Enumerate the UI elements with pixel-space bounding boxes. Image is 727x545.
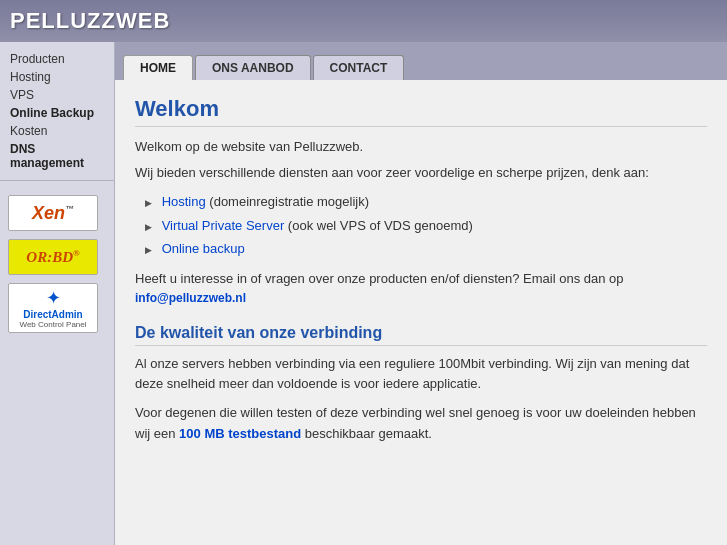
tab-contact[interactable]: CONTACT [313, 55, 405, 80]
header: PELLUZZWEB [0, 0, 727, 42]
da-name: DirectAdmin [23, 309, 82, 320]
sidebar-item-vps[interactable]: VPS [0, 86, 114, 104]
backup-link[interactable]: Online backup [162, 241, 245, 256]
tab-home[interactable]: HOME [123, 55, 193, 80]
sidebar-logos: Xen™ OR:BD® ✦ DirectAdmin Web Control Pa… [0, 189, 114, 339]
orbd-logo-text: OR:BD® [26, 248, 79, 266]
site-logo: PELLUZZWEB [10, 8, 170, 34]
service-list: Hosting (domeinregistratie mogelijk) Vir… [145, 190, 707, 261]
sidebar-item-online-backup[interactable]: Online Backup [0, 104, 114, 122]
testbestand-link[interactable]: 100 MB testbestand [179, 426, 301, 441]
service-item-hosting: Hosting (domeinregistratie mogelijk) [145, 190, 707, 214]
tab-ons-aanbod[interactable]: ONS AANBOD [195, 55, 311, 80]
xen-logo-text: Xen™ [32, 203, 74, 224]
vps-link[interactable]: Virtual Private Server [162, 218, 285, 233]
page-content: Welkom Welkom op de website van Pelluzzw… [115, 80, 727, 545]
main-layout: Producten Hosting VPS Online Backup Kost… [0, 42, 727, 545]
section2-title: De kwaliteit van onze verbinding [135, 324, 707, 346]
page-title: Welkom [135, 96, 707, 127]
service-item-backup: Online backup [145, 237, 707, 261]
cta-pre: Heeft u interesse in of vragen over onze… [135, 271, 624, 286]
sidebar-item-dns-management[interactable]: DNS management [0, 140, 114, 172]
sidebar: Producten Hosting VPS Online Backup Kost… [0, 42, 115, 545]
tab-bar: HOME ONS AANBOD CONTACT [115, 42, 727, 80]
hosting-link[interactable]: Hosting [162, 194, 206, 209]
vps-suffix: (ook wel VPS of VDS genoemd) [288, 218, 473, 233]
sidebar-item-kosten[interactable]: Kosten [0, 122, 114, 140]
sidebar-item-producten[interactable]: Producten [0, 50, 114, 68]
hosting-suffix: (domeinregistratie mogelijk) [209, 194, 369, 209]
da-star-icon: ✦ [46, 287, 61, 309]
service-item-vps: Virtual Private Server (ook wel VPS of V… [145, 214, 707, 238]
logo-text: PELLUZZWEB [10, 8, 170, 33]
body-text-2: Voor degenen die willen testen of deze v… [135, 403, 707, 445]
directadmin-logo: ✦ DirectAdmin Web Control Panel [8, 283, 98, 333]
orbd-logo: OR:BD® [8, 239, 98, 275]
body2-post: beschikbaar gemaakt. [301, 426, 432, 441]
email-link[interactable]: info@pelluzzweb.nl [135, 291, 246, 305]
da-subtitle: Web Control Panel [20, 320, 87, 329]
xen-logo: Xen™ [8, 195, 98, 231]
body-text-1: Al onze servers hebben verbinding via ee… [135, 354, 707, 396]
intro-text-1: Welkom op de website van Pelluzzweb. [135, 137, 707, 157]
sidebar-nav: Producten Hosting VPS Online Backup Kost… [0, 50, 114, 181]
content-area: HOME ONS AANBOD CONTACT Welkom Welkom op… [115, 42, 727, 545]
sidebar-item-hosting[interactable]: Hosting [0, 68, 114, 86]
cta-text: Heeft u interesse in of vragen over onze… [135, 269, 707, 308]
intro-text-2: Wij bieden verschillende diensten aan vo… [135, 163, 707, 183]
